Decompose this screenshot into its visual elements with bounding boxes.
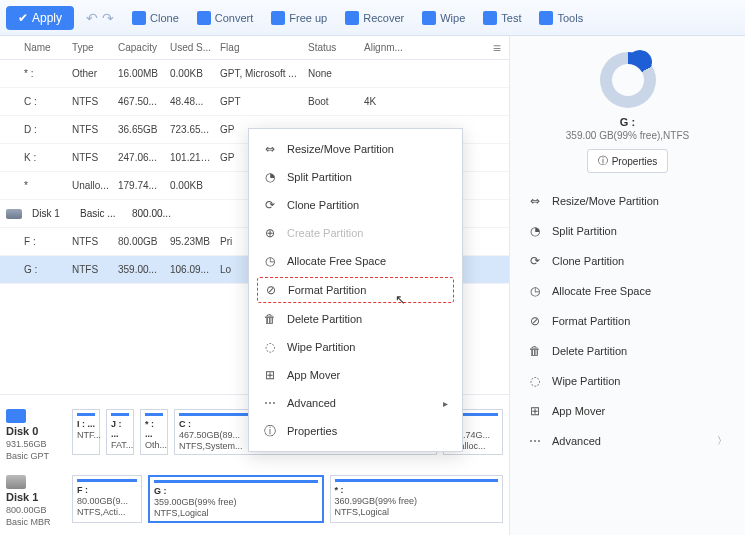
tool-free up[interactable]: Free up — [265, 7, 333, 29]
cell-used: 0.00KB — [166, 68, 216, 79]
properties-label: Properties — [612, 156, 658, 167]
action-label: Resize/Move Partition — [552, 195, 659, 207]
ctx-split-partition[interactable]: ◔Split Partition — [249, 163, 462, 191]
partition-box[interactable]: I : ...NTF... — [72, 409, 100, 455]
tool-recover[interactable]: Recover — [339, 7, 410, 29]
th-used[interactable]: Used S... — [166, 42, 216, 53]
side-format-partition[interactable]: ⊘Format Partition — [524, 307, 731, 335]
part-bar — [154, 480, 318, 483]
ctx-wipe-partition[interactable]: ◌Wipe Partition — [249, 333, 462, 361]
tool-clone[interactable]: Clone — [126, 7, 185, 29]
ctx-icon: ⟳ — [263, 198, 277, 212]
action-icon: ◔ — [528, 224, 542, 238]
tool-icon — [132, 11, 146, 25]
tool-label: Test — [501, 12, 521, 24]
properties-button[interactable]: ⓘ Properties — [587, 149, 669, 173]
table-row[interactable]: * :Other16.00MB0.00KBGPT, Microsoft ...N… — [0, 60, 509, 88]
right-panel: G : 359.00 GB(99% free),NTFS ⓘ Propertie… — [510, 36, 745, 535]
th-status[interactable]: Status — [304, 42, 360, 53]
ctx-app-mover[interactable]: ⊞App Mover — [249, 361, 462, 389]
action-label: Wipe Partition — [552, 375, 620, 387]
chevron-right-icon: 〉 — [717, 434, 727, 448]
ctx-icon: ⋯ — [263, 396, 277, 410]
ctx-advanced[interactable]: ⋯Advanced▸ — [249, 389, 462, 417]
disk1-size: 800.00GB — [6, 505, 64, 515]
part-sub: 360.99GB(99% free) — [335, 496, 499, 506]
context-menu: ⇔Resize/Move Partition◔Split Partition⟳C… — [248, 128, 463, 452]
ctx-label: Format Partition — [288, 284, 366, 296]
action-label: Split Partition — [552, 225, 617, 237]
th-align[interactable]: Alignm... — [360, 42, 410, 53]
ctx-resize-move-partition[interactable]: ⇔Resize/Move Partition — [249, 135, 462, 163]
tool-test[interactable]: Test — [477, 7, 527, 29]
part-name: F : — [77, 485, 137, 495]
cell-status: Boot — [304, 96, 360, 107]
ctx-format-partition[interactable]: ⊘Format Partition — [257, 277, 454, 303]
tool-tools[interactable]: Tools — [533, 7, 589, 29]
th-flag[interactable]: Flag — [216, 42, 304, 53]
action-icon: ◌ — [528, 374, 542, 388]
ctx-icon: ◷ — [263, 254, 277, 268]
part-name: J : ... — [111, 419, 129, 439]
cell-name: K : — [20, 152, 68, 163]
ctx-label: Properties — [287, 425, 337, 437]
ctx-icon: ⊞ — [263, 368, 277, 382]
undo-icon[interactable]: ↶ — [86, 10, 98, 26]
th-capacity[interactable]: Capacity — [114, 42, 166, 53]
tool-icon — [345, 11, 359, 25]
cell-cap: 247.06... — [114, 152, 166, 163]
part-name: G : — [154, 486, 318, 496]
ctx-delete-partition[interactable]: 🗑Delete Partition — [249, 305, 462, 333]
action-icon: ◷ — [528, 284, 542, 298]
part-sub2: NTFS,Acti... — [77, 507, 137, 517]
cell-status: None — [304, 68, 360, 79]
ctx-create-partition: ⊕Create Partition — [249, 219, 462, 247]
partition-box[interactable]: F :80.00GB(9...NTFS,Acti... — [72, 475, 142, 523]
ctx-allocate-free-space[interactable]: ◷Allocate Free Space — [249, 247, 462, 275]
side-app-mover[interactable]: ⊞App Mover — [524, 397, 731, 425]
ctx-properties[interactable]: ⓘProperties — [249, 417, 462, 445]
ctx-clone-partition[interactable]: ⟳Clone Partition — [249, 191, 462, 219]
part-bar — [77, 479, 137, 482]
cell-name: F : — [20, 236, 68, 247]
partition-box[interactable]: G :359.00GB(99% free)NTFS,Logical — [148, 475, 324, 523]
side-resize-move-partition[interactable]: ⇔Resize/Move Partition — [524, 187, 731, 215]
tool-wipe[interactable]: Wipe — [416, 7, 471, 29]
menu-icon[interactable]: ≡ — [493, 40, 501, 56]
tool-convert[interactable]: Convert — [191, 7, 260, 29]
redo-icon[interactable]: ↷ — [102, 10, 114, 26]
part-bar — [77, 413, 95, 416]
ctx-label: App Mover — [287, 369, 340, 381]
cell-name: * : — [20, 68, 68, 79]
th-type[interactable]: Type — [68, 42, 114, 53]
info-icon: ⓘ — [598, 154, 608, 168]
disk-type: Basic ... — [76, 208, 122, 219]
side-clone-partition[interactable]: ⟳Clone Partition — [524, 247, 731, 275]
action-icon: 🗑 — [528, 344, 542, 358]
side-split-partition[interactable]: ◔Split Partition — [524, 217, 731, 245]
cell-type: NTFS — [68, 152, 114, 163]
table-header: Name Type Capacity Used S... Flag Status… — [0, 36, 509, 60]
disk-cap: 800.00... — [128, 208, 180, 219]
apply-button[interactable]: ✔ Apply — [6, 6, 74, 30]
cell-type: Unallo... — [68, 180, 114, 191]
part-sub: FAT... — [111, 440, 129, 450]
side-wipe-partition[interactable]: ◌Wipe Partition — [524, 367, 731, 395]
side-advanced[interactable]: ⋯Advanced〉 — [524, 427, 731, 455]
partition-box[interactable]: * :360.99GB(99% free)NTFS,Logical — [330, 475, 504, 523]
tool-icon — [422, 11, 436, 25]
partition-box[interactable]: * : ...Oth... — [140, 409, 168, 455]
ctx-icon: ◔ — [263, 170, 277, 184]
partition-box[interactable]: J : ...FAT... — [106, 409, 134, 455]
table-row[interactable]: C :NTFS467.50...48.48...GPTBoot4K — [0, 88, 509, 116]
disk1-card: Disk 1 800.00GB Basic MBR — [6, 475, 64, 527]
disk0-label: Disk 0 — [6, 425, 64, 437]
cell-name: C : — [20, 96, 68, 107]
part-sub: 80.00GB(9... — [77, 496, 137, 506]
cell-flag: GPT — [216, 96, 304, 107]
cell-cap: 467.50... — [114, 96, 166, 107]
side-delete-partition[interactable]: 🗑Delete Partition — [524, 337, 731, 365]
cell-type: Other — [68, 68, 114, 79]
side-allocate-free-space[interactable]: ◷Allocate Free Space — [524, 277, 731, 305]
th-name[interactable]: Name — [20, 42, 68, 53]
